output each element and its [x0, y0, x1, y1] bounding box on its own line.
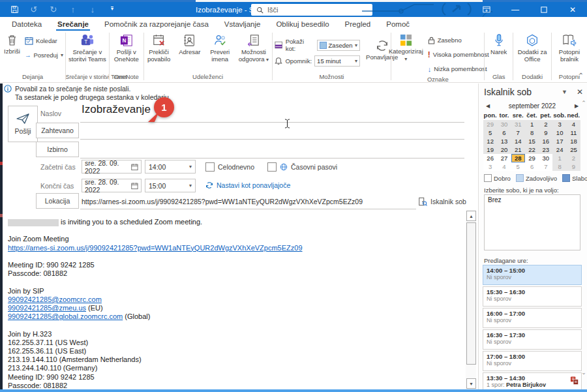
calendar-day[interactable]: 19 [483, 145, 497, 154]
calendar-day[interactable]: 6 [525, 162, 539, 171]
dictate-button[interactable]: Narek [489, 32, 509, 56]
suggested-time-slot[interactable]: 17:00 – 18:00 Ni sporov [483, 351, 582, 371]
room-finder-button[interactable]: Iskalnik sob [418, 195, 466, 208]
calendar-day[interactable]: 3 [552, 120, 566, 128]
calendar-day[interactable]: 14 [511, 137, 525, 145]
body-link[interactable]: 99092421285@zoomcrc.com [8, 295, 102, 303]
sidebar-scroll-down-icon[interactable]: ⌄ [580, 369, 587, 376]
calendar-day[interactable]: 8 [525, 128, 539, 137]
time-zones-checkbox[interactable]: Časovni pasovi [267, 162, 337, 172]
scroll-up-arrow[interactable]: ▲ [466, 211, 476, 221]
calendar-day[interactable]: 28 [511, 154, 525, 162]
search-input[interactable]: Išči [251, 4, 372, 16]
ribbon-tab[interactable]: Oblikuj besedilo [268, 17, 337, 31]
calendar-button[interactable]: Koledar [25, 35, 63, 47]
calendar-day[interactable]: 4 [567, 120, 580, 128]
private-button[interactable]: Zasebno [428, 34, 489, 46]
show-as-select[interactable]: Zaseden ▾ [317, 40, 361, 51]
calendar-day[interactable]: 31 [511, 120, 525, 128]
low-importance-button[interactable]: ↓ Nizka pomembnost [428, 63, 489, 75]
high-importance-button[interactable]: ! Visoka pomembnost [428, 48, 489, 61]
sidebar-scroll-up-icon[interactable]: ⌃ [580, 100, 587, 106]
calendar-day[interactable]: 3 [483, 162, 497, 171]
save-icon[interactable] [9, 5, 20, 15]
end-time-select[interactable]: 15:00 ▾ [145, 179, 196, 192]
room-list-item[interactable]: Brez [485, 195, 580, 205]
optional-attendees-field[interactable] [80, 158, 464, 158]
calendar-day[interactable]: 11 [567, 128, 580, 137]
start-time-select[interactable]: 14:00 ▾ [145, 160, 196, 173]
address-book-button[interactable]: Adresar [175, 32, 204, 56]
calendar-day[interactable]: 27 [497, 154, 511, 162]
customize-toolbar-icon[interactable]: ▾ [107, 4, 117, 14]
calendar-day[interactable]: 21 [511, 145, 525, 154]
suggested-time-slot[interactable]: 13:30 – 14:30 1 spor: Petra Birjukov [483, 372, 582, 389]
prev-month-arrow[interactable]: ◀ [484, 103, 492, 109]
calendar-day[interactable]: 6 [497, 128, 511, 137]
calendar-day[interactable]: 13 [497, 137, 511, 145]
calendar-day[interactable]: 7 [511, 128, 525, 137]
location-value[interactable]: https://arnes-si.zoom.us/j/99092421285?p… [82, 198, 363, 205]
send-to-onenote-button[interactable]: N Pošlji v OneNote [110, 32, 143, 63]
next-month-arrow[interactable]: ▶ [573, 103, 580, 109]
calendar-day[interactable]: 30 [539, 154, 552, 162]
calendar-day[interactable]: 10 [552, 128, 566, 137]
body-link[interactable]: 99092421285@zmeu.us [8, 304, 86, 312]
calendar-day[interactable]: 23 [539, 145, 552, 154]
calendar-day[interactable]: 22 [525, 145, 539, 154]
meeting-title-value[interactable]: Izobraževanje [82, 103, 151, 116]
optional-attendees-button[interactable]: Izbirno [36, 142, 79, 157]
ribbon-tab[interactable]: Pomočnik za razporejanje časa [97, 17, 217, 31]
calendar-day[interactable]: 5 [511, 162, 525, 171]
immersive-reader-button[interactable]: Potopni bralnik [552, 32, 587, 63]
required-attendees-field[interactable] [80, 139, 464, 140]
calendar-day[interactable]: 1 [552, 154, 566, 162]
panel-close-icon[interactable]: ✕ [577, 87, 583, 97]
calendar-day[interactable]: 4 [497, 162, 511, 171]
categorize-button[interactable]: Kategoriziraj▾ [387, 32, 425, 63]
ribbon-display-icon[interactable] [472, 2, 501, 17]
move-down-icon[interactable]: ↓ [87, 5, 98, 15]
suggested-time-slot[interactable]: 14:00 – 15:00 Ni sporov [483, 265, 582, 285]
body-scrollbar[interactable]: ▲ ▼ [466, 210, 476, 389]
make-recurring-link[interactable]: Nastavi kot ponavljajoče [205, 181, 290, 189]
suggested-time-slot[interactable]: 16:30 – 17:30 Ni sporov [483, 329, 582, 350]
undo-icon[interactable]: ↺ [29, 5, 39, 15]
maximize-button[interactable] [530, 2, 558, 17]
suggested-time-slot[interactable]: 15:30 – 16:30 Ni sporov [483, 286, 582, 307]
location-button[interactable]: Lokacija [36, 193, 79, 209]
body-link[interactable]: 99092421285@global.zoomcrc.com [8, 312, 123, 320]
calendar-day[interactable]: 1 [525, 120, 539, 128]
ribbon-tab[interactable]: Srečanje [50, 17, 97, 31]
delete-button[interactable]: Izbriši [2, 32, 22, 55]
calendar-day[interactable]: 24 [552, 145, 566, 154]
response-options-button[interactable]: Možnosti odgovora ▾ [235, 32, 271, 63]
calendar-day[interactable]: 7 [539, 162, 552, 171]
start-date-picker[interactable]: sre. 28. 09. 2022 [82, 160, 142, 173]
collapse-ribbon-icon[interactable]: ⌃ [579, 72, 584, 79]
calendar-day[interactable]: 18 [567, 137, 580, 145]
calendar-day[interactable]: 2 [567, 154, 580, 162]
calendar-day[interactable]: 9 [567, 162, 580, 171]
ribbon-tab[interactable]: Vstavljanje [217, 17, 269, 31]
calendar-day[interactable]: 15 [525, 137, 539, 145]
teams-meeting-button[interactable]: T Srečanje v storitvi Teams [66, 32, 109, 63]
calendar-day[interactable]: 29 [483, 120, 497, 128]
move-up-icon[interactable]: ↑ [68, 5, 78, 15]
cancel-invitation-button[interactable]: Prekliči povabilo [144, 32, 174, 63]
end-date-picker[interactable]: sre. 28. 09. 2022 [82, 179, 142, 192]
ribbon-tab[interactable]: Pregled [337, 17, 379, 31]
calendar-day[interactable]: 12 [483, 137, 497, 145]
all-day-checkbox[interactable]: Celodnevno [205, 162, 254, 172]
office-addins-button[interactable]: Dodatki za Office [513, 32, 551, 63]
reminder-select[interactable]: 15 minut ▾ [314, 55, 360, 67]
calendar-day[interactable]: 25 [567, 145, 580, 154]
redo-icon[interactable]: ↻ [48, 5, 59, 15]
calendar-day[interactable]: 29 [525, 154, 539, 162]
message-body[interactable]: is inviting you to a scheduled Zoom meet… [8, 218, 458, 390]
close-button[interactable]: ✕ [558, 2, 587, 17]
ribbon-tab[interactable]: Datoteka [4, 17, 50, 31]
scroll-down-arrow[interactable]: ▼ [466, 378, 476, 389]
room-list[interactable]: Brez [484, 194, 580, 250]
calendar-day[interactable]: 20 [497, 145, 511, 154]
